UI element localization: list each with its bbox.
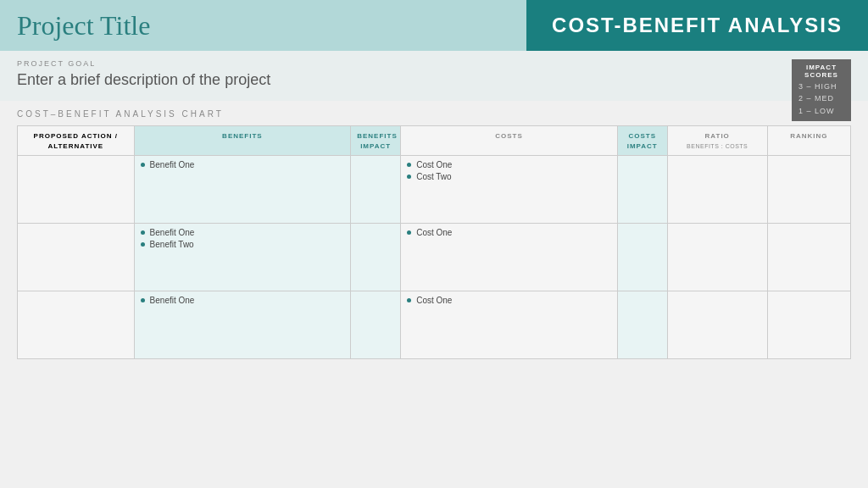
bullet-dot — [407, 175, 411, 179]
bullet-dot — [141, 163, 145, 167]
th-costs-impact: COSTSIMPACT — [617, 126, 667, 156]
cell-benefits-0: Benefit One — [134, 156, 351, 224]
th-benefits-impact: BENEFITSIMPACT — [351, 126, 401, 156]
bullet-text: Benefit One — [150, 160, 195, 169]
cell-benefits-1: Benefit OneBenefit Two — [134, 224, 351, 291]
cell-benefits-impact-1 — [351, 224, 401, 291]
bullet-dot — [141, 242, 145, 247]
bullet-item: Cost One — [407, 160, 611, 169]
cell-proposed-2 — [18, 291, 135, 359]
bullet-text: Cost Two — [416, 172, 452, 181]
cell-costs-0: Cost OneCost Two — [401, 156, 618, 224]
th-proposed-label: PROPOSED ACTION /ALTERNATIVE — [34, 132, 118, 150]
impact-scores-title: IMPACTSCORES — [798, 64, 844, 79]
project-goal-section: PROJECT GOAL Enter a brief description o… — [0, 51, 868, 101]
header: Project Title COST-BENEFIT ANALYSIS — [0, 0, 868, 51]
th-costs: COSTS — [401, 126, 618, 156]
cba-table: PROPOSED ACTION /ALTERNATIVE BENEFITS BE… — [17, 125, 851, 359]
project-goal-description: Enter a brief description of the project — [17, 71, 851, 89]
cell-benefits-impact-0 — [351, 156, 401, 224]
bullet-item: Benefit One — [141, 228, 345, 237]
bullet-item: Benefit Two — [141, 240, 345, 249]
cell-costs-impact-0 — [617, 156, 667, 224]
cell-proposed-0 — [18, 156, 135, 224]
bullet-text: Cost One — [416, 296, 452, 305]
cell-ratio-2 — [667, 291, 767, 359]
th-ratio-label: RATIO — [705, 132, 730, 140]
impact-score-med: 2 – MED — [798, 92, 844, 104]
th-costs-label: COSTS — [495, 132, 523, 140]
bullet-item: Cost One — [407, 228, 611, 237]
th-ratio: RATIO BENEFITS : COSTS — [667, 126, 767, 156]
impact-scores-box: IMPACTSCORES 3 – HIGH 2 – MED 1 – LOW — [792, 59, 851, 121]
bullet-text: Benefit One — [150, 228, 195, 237]
cell-costs-impact-1 — [617, 224, 667, 291]
bullet-dot — [141, 298, 145, 302]
header-right: COST-BENEFIT ANALYSIS — [526, 0, 868, 51]
bullet-item: Benefit One — [141, 296, 345, 305]
cell-ranking-0 — [767, 156, 850, 224]
project-goal-content: PROJECT GOAL Enter a brief description o… — [17, 59, 851, 89]
th-benefits-label: BENEFITS — [222, 132, 263, 140]
th-benefits-impact-label: BENEFITSIMPACT — [357, 132, 398, 150]
bullet-dot — [141, 230, 145, 235]
header-title-area: Project Title — [0, 0, 526, 51]
cell-ratio-0 — [667, 156, 767, 224]
cell-benefits-impact-2 — [351, 291, 401, 359]
project-title: Project Title — [17, 10, 150, 42]
th-proposed: PROPOSED ACTION /ALTERNATIVE — [18, 126, 135, 156]
project-goal-label: PROJECT GOAL — [17, 59, 851, 68]
cell-benefits-2: Benefit One — [134, 291, 351, 359]
th-ratio-sub: BENEFITS : COSTS — [687, 143, 748, 149]
cell-ranking-2 — [767, 291, 850, 359]
cell-proposed-1 — [18, 224, 135, 291]
bullet-item: Cost Two — [407, 172, 611, 181]
cell-costs-2: Cost One — [401, 291, 618, 359]
table-row: Benefit OneBenefit TwoCost One — [18, 224, 851, 291]
table-row: Benefit OneCost OneCost Two — [18, 156, 851, 224]
bullet-text: Cost One — [416, 228, 452, 237]
bullet-item: Benefit One — [141, 160, 345, 169]
cell-costs-1: Cost One — [401, 224, 618, 291]
bullet-item: Cost One — [407, 296, 611, 305]
chart-section: COST–BENEFIT ANALYSIS CHART PROPOSED ACT… — [0, 101, 868, 359]
table-row: Benefit OneCost One — [18, 291, 851, 359]
bullet-text: Cost One — [416, 160, 452, 169]
th-ranking: RANKING — [767, 126, 850, 156]
bullet-dot — [407, 298, 411, 302]
impact-score-high: 3 – HIGH — [798, 80, 844, 92]
impact-scores-legend: 3 – HIGH 2 – MED 1 – LOW — [798, 80, 844, 117]
bullet-text: Benefit One — [150, 296, 195, 305]
th-costs-impact-label: COSTSIMPACT — [627, 132, 658, 150]
bullet-text: Benefit Two — [150, 240, 194, 249]
cell-ranking-1 — [767, 224, 850, 291]
cell-ratio-1 — [667, 224, 767, 291]
chart-title: COST–BENEFIT ANALYSIS CHART — [17, 109, 851, 119]
th-benefits: BENEFITS — [134, 126, 351, 156]
cell-costs-impact-2 — [617, 291, 667, 359]
th-ranking-label: RANKING — [790, 132, 827, 140]
impact-score-low: 1 – LOW — [798, 105, 844, 117]
bullet-dot — [407, 163, 411, 167]
bullet-dot — [407, 230, 411, 235]
analysis-title: COST-BENEFIT ANALYSIS — [552, 14, 843, 37]
